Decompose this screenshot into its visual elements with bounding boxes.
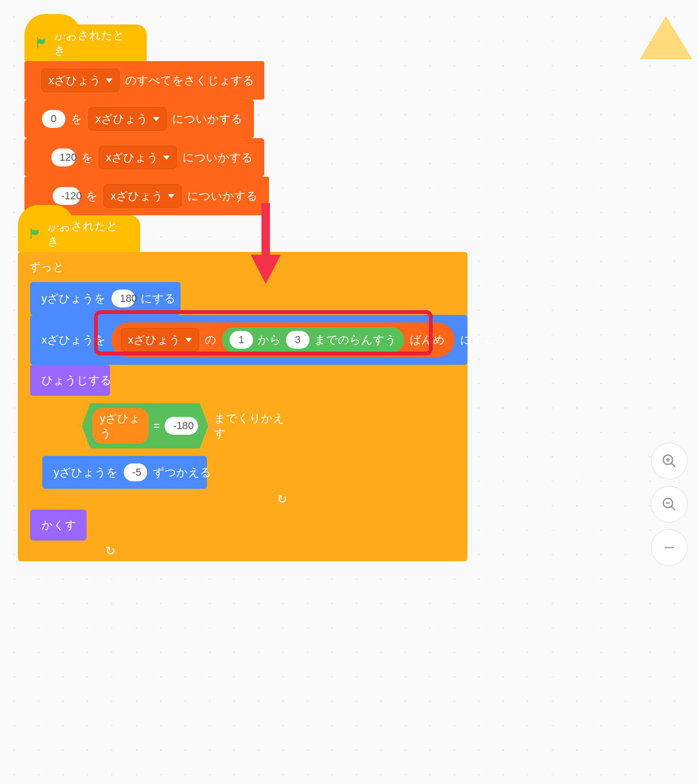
green-flag-icon: [35, 36, 48, 50]
item-of-word: の: [205, 332, 216, 347]
set-suffix: にする: [460, 332, 495, 347]
add-value-input-neg120[interactable]: -120: [53, 187, 80, 205]
add-suffix: についかする: [182, 150, 253, 165]
add-word-to: を: [71, 111, 83, 126]
dropdown-caret-icon: [163, 156, 170, 160]
script-stack-1[interactable]: がおされたとき xざひょう のすべてをさくじょする 0 を xざひょう についか…: [24, 24, 269, 215]
forever-block[interactable]: ずっと yざひょうを 180 にする xざひょうを xざひょう の: [18, 252, 467, 561]
dropdown-caret-icon: [106, 78, 112, 83]
dropdown-caret-icon: [153, 117, 159, 121]
zoom-reset-button[interactable]: [651, 529, 688, 566]
list-dropdown[interactable]: xざひょう: [99, 146, 177, 169]
repeat-until-block[interactable]: yざひょう = -180 までくりかえす yざひょうを -5 ずつかえる: [30, 396, 297, 510]
change-y-prefix: yざひょうを: [54, 465, 118, 480]
add-suffix: についかする: [172, 111, 243, 126]
equals-value-input[interactable]: -180: [165, 417, 198, 435]
forever-label: ずっと: [29, 259, 64, 274]
show-label: ひょうじする: [41, 373, 112, 388]
delete-all-suffix: のすべてをさくじょする: [125, 73, 254, 88]
add-value-input-0[interactable]: 0: [42, 110, 65, 128]
list-name: xざひょう: [48, 73, 101, 88]
list-dropdown[interactable]: xざひょう: [121, 328, 199, 352]
item-suffix: ばんめ: [410, 332, 445, 347]
list-name: xざひょう: [111, 188, 163, 204]
equals-operator[interactable]: yざひょう = -180: [82, 403, 208, 448]
show-block[interactable]: ひょうじする: [30, 365, 110, 396]
add-to-list-block-120[interactable]: 120 を xざひょう についかする: [24, 138, 264, 177]
change-y-value-input[interactable]: -5: [124, 463, 147, 481]
green-flag-icon: [28, 227, 42, 241]
list-name: xざひょう: [95, 111, 148, 126]
when-flag-clicked-hat[interactable]: がおされたとき: [24, 24, 147, 61]
hat-label: がおされたとき: [54, 28, 134, 58]
list-dropdown[interactable]: xざひょう: [41, 69, 119, 92]
set-x-prefix: xざひょうを: [41, 332, 106, 347]
hide-label: かくす: [41, 517, 77, 533]
random-suffix: までのらんすう: [314, 332, 396, 347]
set-y-value-input[interactable]: 180: [111, 290, 135, 307]
change-y-block[interactable]: yざひょうを -5 ずつかえる: [42, 456, 207, 489]
zoom-in-button[interactable]: [651, 443, 688, 479]
add-word-to: を: [81, 150, 93, 165]
list-name: xざひょう: [106, 150, 158, 165]
delete-all-of-list-block[interactable]: xざひょう のすべてをさくじょする: [24, 61, 264, 100]
dropdown-caret-icon: [168, 194, 174, 198]
add-to-list-block-0[interactable]: 0 を xざひょう についかする: [24, 100, 254, 138]
set-suffix: にする: [141, 291, 176, 306]
y-position-reporter[interactable]: yざひょう: [92, 408, 149, 444]
loop-arrow-icon: ↻: [105, 544, 116, 558]
equals-sign: =: [153, 419, 160, 432]
change-y-suffix: ずつかえる: [153, 465, 212, 480]
svg-line-7: [671, 506, 675, 510]
item-of-list-reporter[interactable]: xざひょう の 1 から 3 までのらんすう ばんめ: [111, 322, 454, 357]
block-workspace[interactable]: がおされたとき xざひょう のすべてをさくじょする 0 を xざひょう についか…: [0, 0, 697, 784]
loop-arrow-icon: ↻: [277, 492, 287, 507]
hat-label: がおされたとき: [48, 219, 127, 249]
repeat-until-suffix: までくりかえす: [214, 411, 285, 441]
list-dropdown[interactable]: xざひょう: [103, 184, 182, 208]
random-to-input[interactable]: 3: [286, 331, 309, 349]
list-name: xざひょう: [128, 332, 181, 347]
add-value-input-120[interactable]: 120: [51, 149, 76, 166]
list-dropdown[interactable]: xざひょう: [88, 107, 166, 131]
hide-block[interactable]: かくす: [30, 510, 87, 541]
sprite-preview-triangle: [640, 16, 692, 59]
add-suffix: についかする: [187, 188, 258, 204]
add-word-to: を: [86, 188, 98, 204]
pick-random-reporter[interactable]: 1 から 3 までのらんすう: [222, 327, 404, 353]
set-y-prefix: yざひょうを: [41, 291, 106, 306]
dropdown-caret-icon: [185, 338, 192, 342]
random-from-input[interactable]: 1: [230, 331, 253, 349]
set-y-block[interactable]: yざひょうを 180 にする: [30, 282, 181, 315]
zoom-out-button[interactable]: [651, 486, 688, 523]
when-flag-clicked-hat-2[interactable]: がおされたとき: [18, 215, 140, 252]
svg-line-3: [671, 463, 675, 467]
random-from-word: から: [258, 332, 281, 347]
script-stack-2[interactable]: がおされたとき ずっと yざひょうを 180 にする xざひょうを xざひょう: [18, 215, 467, 561]
set-x-block[interactable]: xざひょうを xざひょう の 1 から 3 までのらんすう: [30, 315, 467, 365]
